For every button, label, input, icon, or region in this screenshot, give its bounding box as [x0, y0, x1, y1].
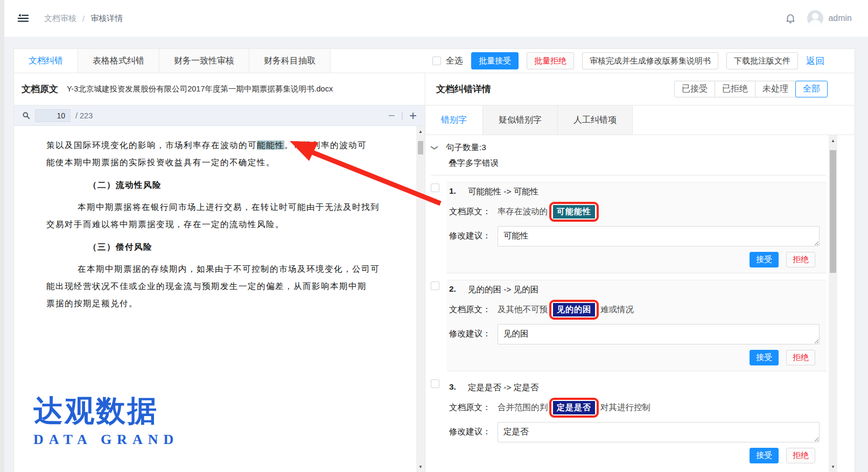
logo-chinese: 达观数据	[33, 396, 179, 427]
error-token[interactable]: 见的的困	[553, 303, 595, 316]
breadcrumb: 文档审核 / 审核详情	[44, 13, 123, 24]
item-body: 3. 定是是否 -> 定是否 文档原文： 合并范围的判 定是是否 对其进行控制	[447, 378, 827, 469]
source-label: 文档原文：	[449, 202, 498, 222]
context-post: 对其进行控制	[600, 402, 650, 413]
notification-bell-icon[interactable]	[785, 12, 796, 24]
select-all[interactable]: 全选	[432, 55, 463, 67]
reject-button[interactable]: 拒绝	[786, 252, 815, 267]
doc-text: 能出现经营状况不佳或企业的现金流与预期发生一定的偏差，从而影响本期中期	[46, 281, 367, 291]
toolbar-actions: 全选 批量接受 批量拒绝 审核完成并生成修改版募集说明书 下载批注版文件 返回	[432, 49, 855, 73]
item-actions: 接受 拒绝	[449, 448, 820, 463]
item-rule: 见的的困 -> 见的困	[468, 284, 538, 295]
filter-all[interactable]: 全部	[795, 81, 828, 97]
select-all-checkbox[interactable]	[432, 57, 441, 65]
document-filename: Y-3北京城建投资发展股份有限公司2017年度第一期中期票据募集说明书.docx	[67, 84, 333, 94]
error-token[interactable]: 定是是否	[553, 401, 595, 414]
source-context: 及其他不可预 见的的困 难或情况	[498, 300, 820, 320]
scrollbar-thumb[interactable]	[830, 150, 836, 273]
scroll-up-icon[interactable]: ▲	[416, 127, 425, 136]
chevron-down-icon[interactable]: ❯	[431, 145, 439, 151]
correction-item: 1. 可能能性 -> 可能性 文档原文： 率存在波动的 可能能性	[431, 182, 827, 273]
filter-pending[interactable]: 未处理	[755, 81, 796, 97]
doc-text: 能使本期中期票据的实际投资收益具有一定的不确定性。	[46, 158, 275, 167]
item-title: 1. 可能能性 -> 可能性	[449, 186, 820, 198]
zoom-in-button[interactable]: +	[409, 109, 417, 122]
scroll-down-icon[interactable]: ▼	[416, 462, 425, 471]
download-annotated-button[interactable]: 下载批注版文件	[726, 52, 798, 69]
collapsed-sidebar[interactable]	[0, 0, 4, 472]
suggestion-label: 修改建议：	[449, 422, 498, 442]
correction-panel: 文档纠错详情 已接受 已拒绝 未处理 全部 错别字 疑似错别字 人工纠错项	[425, 73, 855, 472]
doc-text: 在本期中期票据的存续期内，如果由于不可控制的市场及环境变化，公司可	[78, 264, 380, 273]
document-viewport: 策以及国际环境变化的影响，市场利率存在波动的可能能性。市场利率的波动可 能使本期…	[14, 126, 425, 472]
item-checkbox[interactable]	[431, 184, 439, 192]
correction-list-wrap: ❯ 句子数量:3 叠字多字错误 1. 可能能性 -> 可能性	[425, 135, 855, 472]
accept-button[interactable]: 接受	[750, 252, 779, 267]
document-panel-header: 文档原文 Y-3北京城建投资发展股份有限公司2017年度第一期中期票据募集说明书…	[14, 73, 425, 105]
context-pre: 合并范围的判	[498, 402, 548, 413]
user-avatar	[807, 10, 823, 26]
reject-button[interactable]: 拒绝	[786, 448, 815, 463]
source-row: 文档原文： 率存在波动的 可能能性	[449, 202, 820, 222]
source-label: 文档原文：	[449, 398, 498, 418]
tab-suspected-typos[interactable]: 疑似错别字	[483, 105, 558, 135]
item-body: 1. 可能能性 -> 可能性 文档原文： 率存在波动的 可能能性	[447, 182, 827, 273]
complete-review-button[interactable]: 审核完成并生成修改版募集说明书	[582, 52, 718, 69]
topbar-right: admin	[785, 10, 852, 26]
scroll-up-icon[interactable]: ▲	[829, 136, 837, 145]
document-toolbar: / 223 − | +	[14, 105, 425, 126]
doc-heading: （三）偿付风险	[46, 238, 401, 256]
item-title: 2. 见的的困 -> 见的困	[449, 284, 820, 295]
tab-financial-accounts[interactable]: 财务科目抽取	[249, 49, 331, 73]
tab-financial-consistency[interactable]: 财务一致性审核	[159, 49, 249, 73]
doc-text: 交易对手而难以将中期票据变现，存在一定的流动性风险。	[46, 220, 284, 229]
suggestion-input[interactable]: 定是否	[498, 422, 820, 442]
app-root: 文档审核 / 审核详情 admin 文档纠错 表格格式纠错 财务一致性审核 财务…	[0, 0, 868, 472]
document-panel: 文档原文 Y-3北京城建投资发展股份有限公司2017年度第一期中期票据募集说明书…	[14, 73, 425, 472]
tab-table-format[interactable]: 表格格式纠错	[78, 49, 159, 73]
batch-reject-button[interactable]: 批量拒绝	[527, 52, 574, 69]
tab-typos[interactable]: 错别字	[425, 105, 483, 135]
back-link[interactable]: 返回	[806, 55, 824, 67]
context-pre: 率存在波动的	[498, 206, 548, 217]
search-icon[interactable]	[22, 111, 30, 119]
error-type-tabs: 错别字 疑似错别字 人工纠错项	[425, 105, 855, 135]
document-scrollbar[interactable]: ▲ ▼	[416, 126, 425, 472]
zoom-out-button[interactable]: −	[388, 110, 395, 122]
group-toggle[interactable]: ❯ 句子数量:3	[432, 142, 827, 153]
reject-button[interactable]: 拒绝	[786, 350, 815, 365]
menu-fold-icon[interactable]	[17, 12, 29, 24]
suggestion-label: 修改建议：	[449, 226, 498, 246]
correction-list: ❯ 句子数量:3 叠字多字错误 1. 可能能性 -> 可能性	[425, 135, 829, 472]
filter-rejected[interactable]: 已拒绝	[715, 81, 755, 97]
topbar: 文档审核 / 审核详情 admin	[4, 0, 868, 37]
filter-accepted[interactable]: 已接受	[674, 81, 715, 97]
tab-doc-correction[interactable]: 文档纠错	[14, 49, 78, 73]
source-label: 文档原文：	[449, 300, 498, 320]
item-rule: 可能能性 -> 可能性	[468, 186, 538, 198]
document-panel-title: 文档原文	[22, 83, 58, 95]
source-context: 率存在波动的 可能能性	[498, 202, 820, 222]
scroll-down-icon[interactable]: ▼	[829, 462, 837, 471]
correction-scrollbar[interactable]: ▲ ▼	[829, 135, 837, 472]
error-token[interactable]: 可能能性	[553, 205, 595, 219]
user-menu[interactable]: admin	[807, 10, 852, 26]
scrollbar-thumb[interactable]	[418, 141, 423, 154]
item-checkbox[interactable]	[431, 379, 439, 388]
module-tabs: 文档纠错 表格格式纠错 财务一致性审核 财务科目抽取 全选 批量接受 批量拒绝 …	[14, 49, 855, 73]
breadcrumb-section[interactable]: 文档审核	[44, 13, 76, 24]
suggestion-input[interactable]: 见的困	[498, 324, 820, 344]
item-checkbox[interactable]	[431, 281, 439, 290]
breadcrumb-separator: /	[82, 14, 85, 23]
accept-button[interactable]: 接受	[750, 448, 779, 463]
batch-accept-button[interactable]: 批量接受	[471, 52, 519, 69]
page-number-input[interactable]	[35, 109, 71, 122]
doc-error-highlight[interactable]: 能能性	[257, 140, 284, 150]
tab-manual-corrections[interactable]: 人工纠错项	[558, 105, 633, 135]
item-title: 3. 定是是否 -> 定是否	[449, 382, 820, 393]
accept-button[interactable]: 接受	[750, 350, 779, 365]
doc-text: 本期中期票据将在银行间市场上进行交易，在转让时可能由于无法及时找到	[78, 202, 380, 212]
item-number: 1.	[449, 186, 456, 198]
suggestion-input[interactable]: 可能性	[498, 226, 820, 246]
correction-panel-header: 文档纠错详情 已接受 已拒绝 未处理 全部	[425, 73, 855, 105]
